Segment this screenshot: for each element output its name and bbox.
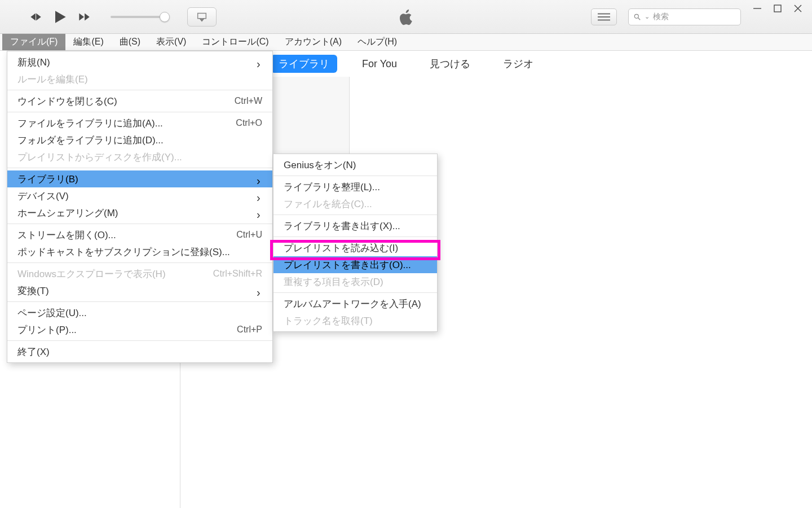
window-controls (752, 0, 803, 33)
menu-item-label: ウインドウを閉じる(C) (17, 95, 117, 108)
menu-controls[interactable]: コントロール(C) (194, 34, 276, 50)
menu-separator (7, 262, 272, 263)
menu-edit[interactable]: 編集(E) (65, 34, 111, 50)
toolbar: ⌄ 検索 (0, 0, 812, 34)
volume-slider[interactable] (111, 16, 165, 18)
menu-separator (273, 237, 437, 237)
airplay-button[interactable] (187, 7, 217, 27)
menu-item-label: ルールを編集(E) (17, 73, 88, 86)
menu-item[interactable]: プレイリストを書き出す(O)... (273, 256, 437, 273)
menu-separator (273, 292, 437, 293)
chevron-right-icon (257, 193, 262, 199)
menu-item[interactable]: ウインドウを閉じる(C)Ctrl+W (7, 93, 272, 110)
menu-item: ルールを編集(E) (7, 71, 272, 87)
library-submenu-popup: Geniusをオン(N)ライブラリを整理(L)...ファイルを統合(C)...ラ… (273, 154, 438, 332)
menu-item-label: Geniusをオン(N) (284, 159, 356, 172)
svg-rect-0 (598, 13, 610, 14)
menu-shortcut: Ctrl+W (235, 96, 262, 106)
search-input[interactable]: ⌄ 検索 (628, 8, 741, 25)
search-icon (633, 13, 641, 21)
svg-rect-2 (598, 19, 610, 20)
menu-item-label: ポッドキャストをサブスクリプションに登録(S)... (17, 246, 230, 259)
svg-line-4 (638, 17, 641, 20)
menu-item[interactable]: ライブラリを書き出す(X)... (273, 217, 437, 234)
menu-separator (7, 301, 272, 302)
menu-help[interactable]: ヘルプ(H) (350, 34, 405, 50)
menu-item-label: 新規(N) (17, 56, 50, 69)
play-button[interactable] (51, 8, 69, 26)
search-placeholder: 検索 (653, 12, 669, 22)
menu-item-label: デバイス(V) (17, 190, 69, 203)
tab-browse[interactable]: 見つける (422, 55, 478, 73)
up-next-button[interactable] (591, 8, 617, 25)
menu-item[interactable]: デバイス(V) (7, 187, 272, 204)
menu-separator (7, 168, 272, 168)
menu-item[interactable]: フォルダをライブラリに追加(D)... (7, 132, 272, 148)
apple-logo-icon (396, 7, 416, 27)
menu-item-label: フォルダをライブラリに追加(D)... (17, 134, 164, 147)
menu-item-label: ライブラリを整理(L)... (284, 181, 380, 194)
menu-item[interactable]: ホームシェアリング(M) (7, 204, 272, 221)
menu-item-label: プレイリストを読み込む(I) (284, 242, 398, 255)
menu-item-label: ホームシェアリング(M) (17, 207, 118, 220)
minimize-button[interactable] (752, 3, 762, 14)
chevron-right-icon (257, 176, 262, 182)
menu-item[interactable]: プリント(P)...Ctrl+P (7, 321, 272, 338)
svg-rect-6 (774, 5, 781, 12)
menu-shortcut: Ctrl+P (237, 325, 262, 335)
file-menu-popup: 新規(N)ルールを編集(E)ウインドウを閉じる(C)Ctrl+Wファイルをライブ… (7, 51, 273, 363)
menu-item[interactable]: ページ設定(U)... (7, 304, 272, 321)
chevron-right-icon (257, 288, 262, 294)
playback-controls (0, 7, 217, 27)
menu-item[interactable]: ストリームを開く(O)...Ctrl+U (7, 226, 272, 243)
menu-item: プレイリストからディスクを作成(Y)... (7, 148, 272, 165)
menu-item[interactable]: 変換(T) (7, 282, 272, 299)
svg-rect-1 (598, 16, 610, 17)
menu-item-label: ストリームを開く(O)... (17, 229, 116, 242)
tab-foryou[interactable]: For You (354, 56, 405, 72)
menu-item[interactable]: ファイルをライブラリに追加(A)...Ctrl+O (7, 115, 272, 132)
menu-item[interactable]: 終了(X) (7, 343, 272, 360)
menu-account[interactable]: アカウント(A) (277, 34, 350, 50)
tab-library[interactable]: ライブラリ (271, 55, 337, 73)
next-track-button[interactable] (77, 10, 91, 24)
menu-item-label: トラック名を取得(T) (284, 314, 373, 327)
menu-item[interactable]: ライブラリを整理(L)... (273, 178, 437, 195)
menu-item-label: プリント(P)... (17, 323, 77, 336)
menu-item-label: アルバムアートワークを入手(A) (284, 297, 421, 310)
svg-point-3 (634, 14, 638, 18)
menu-shortcut: Ctrl+O (236, 118, 262, 128)
menu-separator (273, 176, 437, 176)
menu-item-label: ライブラリ(B) (17, 173, 78, 186)
menu-separator (7, 112, 272, 112)
menu-shortcut: Ctrl+U (236, 230, 262, 240)
menu-view[interactable]: 表示(V) (148, 34, 194, 50)
menu-separator (7, 224, 272, 224)
menu-file[interactable]: ファイル(F) (2, 34, 65, 50)
menu-item-label: 終了(X) (17, 345, 50, 358)
menu-item-label: 重複する項目を表示(D) (284, 275, 383, 288)
menu-item[interactable]: ライブラリ(B) (7, 170, 272, 187)
menu-separator (7, 340, 272, 341)
menu-item[interactable]: 新規(N) (7, 54, 272, 71)
menu-item[interactable]: Geniusをオン(N) (273, 156, 437, 173)
previous-track-button[interactable] (28, 10, 43, 24)
chevron-right-icon (257, 210, 262, 216)
menu-item: 重複する項目を表示(D) (273, 273, 437, 290)
tab-radio[interactable]: ラジオ (495, 55, 541, 73)
menu-item[interactable]: プレイリストを読み込む(I) (273, 239, 437, 256)
maximize-button[interactable] (773, 3, 783, 14)
menu-item-label: ページ設定(U)... (17, 306, 87, 319)
menu-item-label: プレイリストからディスクを作成(Y)... (17, 151, 182, 164)
menu-item: ファイルを統合(C)... (273, 195, 437, 212)
menu-item-label: ファイルを統合(C)... (284, 198, 372, 211)
menu-song[interactable]: 曲(S) (112, 34, 148, 50)
menu-item-label: ライブラリを書き出す(X)... (284, 220, 400, 233)
menu-item: トラック名を取得(T) (273, 312, 437, 329)
menu-item[interactable]: アルバムアートワークを入手(A) (273, 295, 437, 312)
menu-item[interactable]: ポッドキャストをサブスクリプションに登録(S)... (7, 243, 272, 260)
menu-separator (7, 90, 272, 90)
menu-item-label: プレイリストを書き出す(O)... (284, 259, 411, 271)
menu-item-label: ファイルをライブラリに追加(A)... (17, 117, 163, 130)
close-button[interactable] (793, 3, 803, 14)
